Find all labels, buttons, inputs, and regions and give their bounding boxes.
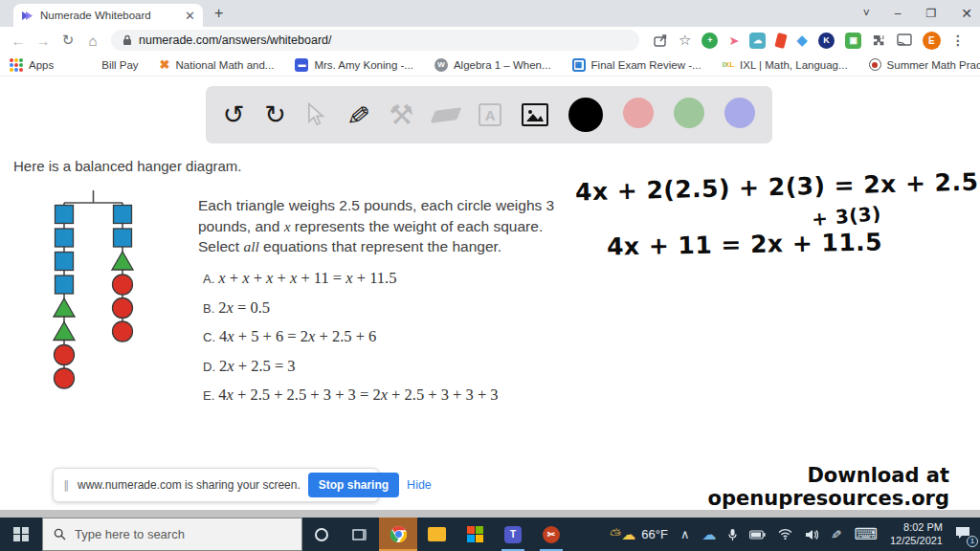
chrome-menu-icon[interactable]: ⋮ [951, 33, 965, 48]
hanger-circle [55, 368, 75, 388]
url-bar[interactable]: numerade.com/answers/whiteboard/ [111, 30, 639, 51]
url-text: numerade.com/answers/whiteboard/ [139, 33, 332, 47]
extensions-puzzle-icon[interactable] [872, 33, 886, 48]
chrome-icon [390, 525, 408, 543]
tab-close-icon[interactable]: ✕ [185, 9, 195, 23]
speaker-icon[interactable] [805, 529, 818, 540]
extension-icon-pink-arrow[interactable]: ➤ [728, 33, 739, 48]
microphone-icon[interactable] [728, 528, 737, 541]
image-tool-icon[interactable] [522, 103, 548, 126]
hanger-square [114, 206, 132, 224]
taskbar-clock[interactable]: 8:02 PM 12/25/2021 [890, 521, 943, 548]
bookmark-final-exam[interactable]: ▦ Final Exam Review -... [572, 58, 702, 72]
drag-handle-icon[interactable]: ∥ [63, 478, 70, 492]
bookmark-bill-pay[interactable]: Bill Pay [101, 59, 138, 71]
action-center-button[interactable]: 1 [955, 526, 974, 543]
national-math-favicon: ✖ [160, 57, 170, 72]
option-e: E.4x + 2.5 + 2.5 + 3 + 3 = 2x + 2.5 + 3 … [203, 386, 499, 405]
download-footer-text: Download at openupresources.org [628, 464, 949, 510]
hanger-triangle [54, 298, 75, 317]
cast-icon[interactable] [897, 33, 912, 47]
capture-app-button[interactable]: ✂ [532, 518, 570, 551]
stop-sharing-button[interactable]: Stop sharing [308, 473, 399, 497]
color-swatch[interactable] [568, 98, 603, 132]
window-maximize-icon[interactable]: ❐ [926, 7, 937, 20]
teams-button[interactable]: T [494, 518, 532, 551]
ixl-favicon: IXL [723, 60, 734, 69]
whiteboard-toolbar: ↺ ↻ ✎ ⚒ A [206, 86, 772, 143]
home-icon[interactable]: ⌂ [82, 33, 103, 49]
extension-icon-blue-diamond[interactable]: ◆ [796, 32, 808, 49]
file-explorer-button[interactable] [417, 518, 456, 551]
bookmark-amy-koning[interactable]: ▬ Mrs. Amy Koning -... [295, 58, 413, 72]
bookmark-ixl[interactable]: IXL IXL | Math, Languag... [723, 59, 848, 71]
hide-link[interactable]: Hide [407, 478, 432, 492]
lock-icon [122, 34, 132, 46]
back-icon[interactable]: ← [8, 33, 29, 49]
window-minimize-icon[interactable]: – [895, 7, 902, 20]
forward-icon[interactable]: → [33, 33, 54, 49]
hanger-triangle [112, 252, 133, 270]
weather-widget[interactable]: ⛅︎☁ 66°F [610, 526, 668, 543]
tab-title: Numerade Whiteboard [40, 10, 178, 21]
eraser-tool-icon[interactable] [431, 107, 462, 122]
touch-keyboard-icon[interactable]: ⌨ [854, 526, 878, 542]
hanger-square [56, 253, 74, 271]
color-swatch[interactable] [623, 98, 654, 128]
handwriting-line-1: 4x + 2(2.5) + 2(3) = 2x + 2.5 [575, 167, 979, 206]
share-icon[interactable] [653, 33, 668, 48]
tools-icon[interactable]: ⚒ [389, 101, 413, 129]
bookmark-summer-math[interactable]: Summer Math Pract... [869, 58, 980, 71]
hanger-circle [113, 298, 133, 319]
taskbar-search[interactable]: Type here to search [42, 518, 302, 551]
option-c: C.4x + 5 + 6 = 2x + 2.5 + 6 [203, 327, 499, 346]
page-heading: Here is a balanced hanger diagram. [13, 158, 241, 174]
cortana-button[interactable] [302, 518, 341, 551]
extension-icon-robot[interactable]: ▣ [845, 33, 861, 49]
text-tool-icon[interactable]: A [479, 103, 501, 126]
battery-icon[interactable] [749, 530, 766, 540]
color-swatch[interactable] [674, 98, 704, 128]
taskbar-chrome-button[interactable] [379, 518, 417, 551]
bookmark-star-icon[interactable]: ☆ [679, 32, 691, 49]
sharing-message: www.numerade.com is sharing your screen. [78, 478, 301, 492]
window-bottom-edge [0, 510, 980, 518]
windows-logo-icon [13, 527, 29, 542]
browser-tab[interactable]: Numerade Whiteboard ✕ [13, 4, 203, 27]
extension-icon-kami[interactable]: K [818, 33, 835, 49]
window-chevron-icon[interactable]: ˅ [863, 7, 870, 20]
hanger-square [114, 229, 132, 247]
tray-chevron-icon[interactable]: ∧ [680, 528, 690, 540]
option-a: A.x + x + x + x + 11 = x + 11.5 [203, 269, 499, 288]
hanger-square [56, 229, 74, 247]
color-swatch[interactable] [724, 98, 755, 128]
cortana-icon [315, 528, 328, 541]
cursor-tool-icon[interactable] [306, 102, 325, 127]
undo-icon[interactable]: ↺ [223, 102, 245, 128]
bookmark-national-math[interactable]: ✖ National Math and... [160, 57, 275, 72]
redo-icon[interactable]: ↻ [264, 102, 286, 128]
extension-icon-red-bookmark[interactable] [775, 33, 788, 49]
bookmark-algebra1[interactable]: W Algebra 1 – When... [434, 58, 551, 72]
wifi-icon[interactable] [778, 529, 792, 540]
color-swatches [568, 98, 755, 132]
profile-avatar[interactable]: E [923, 32, 941, 50]
browser-navbar: ← → ↻ ⌂ numerade.com/answers/whiteboard/… [0, 27, 980, 54]
new-tab-button[interactable]: + [214, 5, 223, 22]
bookmark-apps[interactable]: Apps [10, 58, 54, 72]
start-button[interactable] [0, 518, 42, 551]
hanger-triangle [54, 322, 75, 341]
microsoft-store-button[interactable] [456, 518, 494, 551]
system-tray: ⛅︎☁ 66°F ∧ ☁ ✎ ⌨ 8:02 PM 12/25/2021 1 [610, 518, 980, 551]
search-placeholder: Type here to search [75, 527, 185, 541]
pen-tray-icon[interactable]: ✎ [830, 529, 843, 540]
pen-tool-icon[interactable]: ✎ [343, 102, 372, 128]
reload-icon[interactable]: ↻ [57, 32, 78, 49]
extension-icon-green-plus[interactable]: + [702, 33, 718, 49]
window-close-icon[interactable]: ✕ [961, 6, 972, 21]
calendar-favicon: ▦ [572, 58, 586, 72]
task-view-button[interactable] [341, 518, 379, 551]
extension-icon-cloud[interactable]: ☁ [749, 33, 766, 49]
summer-math-favicon [869, 58, 881, 71]
onedrive-icon[interactable]: ☁ [702, 527, 716, 541]
